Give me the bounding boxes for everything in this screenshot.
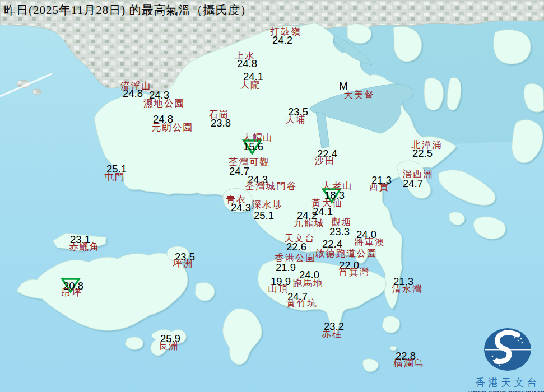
- hko-logo-english-name: HONG KONG OBSERVATORY: [468, 390, 544, 392]
- hko-logo-chinese-name: 香港天文台: [468, 376, 544, 389]
- station-name-label: 上水: [235, 52, 255, 61]
- station-name-label: 觀塘: [332, 218, 352, 227]
- station-name-label: 赤柱: [322, 330, 343, 339]
- station-name-label: 荃灣可觀: [229, 158, 270, 167]
- station-value: 23.3: [329, 227, 350, 237]
- tung-lung-island: [382, 316, 400, 333]
- station-name-label: 橫瀾島: [393, 359, 425, 368]
- hong-kong-map: [0, 0, 544, 392]
- station-name-label: 石崗: [209, 110, 230, 120]
- hko-temperature-map-page: 昨日(2025年11月28日) 的最高氣溫（攝氏度） 24.2打鼓嶺24.8上水…: [0, 0, 544, 392]
- station-name-label: 屯門: [105, 173, 125, 183]
- hko-logo: 香港天文台 HONG KONG OBSERVATORY: [468, 327, 544, 392]
- station-name-label: 打鼓嶺: [270, 27, 301, 37]
- station-value: 25.1: [254, 211, 274, 221]
- station-name-label: 九龍城: [294, 219, 325, 228]
- station-name-label: 天文台: [284, 234, 315, 244]
- station-name-label: 啟德跑道公園: [315, 249, 378, 259]
- station-name-label: 青衣: [226, 195, 247, 205]
- station-name-label: 大埔: [286, 115, 306, 125]
- station-name-label: 筲箕灣: [338, 268, 370, 277]
- station-name-label: 山頂: [268, 284, 289, 294]
- station-name-label: 香港公園: [275, 254, 316, 263]
- station-name-label: 大隴: [240, 81, 261, 90]
- station-name-label: 大老山: [322, 181, 353, 191]
- station-name-label: 元朗公園: [152, 123, 193, 133]
- page-title: 昨日(2025年11月28日) 的最高氣溫（攝氏度）: [4, 2, 252, 18]
- station-name-label: 坪洲: [173, 259, 194, 269]
- station-value: 24.7: [403, 179, 423, 189]
- hei-ling-chau-island: [195, 283, 215, 301]
- station-name-label: 長洲: [159, 342, 179, 351]
- mirs-bay-island: [494, 30, 531, 64]
- station-name-label: 大美督: [343, 91, 375, 100]
- station-value: 24.7: [229, 166, 249, 177]
- station-name-label: 赤鱲角: [69, 242, 100, 252]
- station-name-label: 將軍澳: [354, 238, 385, 248]
- station-name-label: 跑馬地: [292, 279, 324, 288]
- station-name-label: 滘西洲: [402, 170, 434, 179]
- station-name-label: 荃灣城門谷: [245, 182, 297, 192]
- station-name-label: 黃竹坑: [286, 299, 318, 309]
- station-name-label: 深水埗: [252, 200, 283, 210]
- station-name-label: 清水灣: [392, 285, 423, 295]
- station-name-label: 濕地公園: [143, 99, 185, 109]
- station-value: 15.6: [243, 142, 263, 152]
- station-name-label: 大帽山: [242, 133, 273, 143]
- station-name-label: 昂坪: [62, 288, 82, 298]
- station-name-label: 黃大仙: [311, 199, 343, 208]
- station-name-label: 北潭涌: [411, 141, 443, 150]
- station-value: 21.9: [276, 263, 296, 273]
- station-name-label: 沙田: [315, 157, 336, 166]
- shek-kwu-chau-island: [125, 337, 143, 350]
- deep-bay-islet: [32, 89, 41, 95]
- mirs-bay-island: [424, 78, 443, 110]
- station-name-label: 西貢: [369, 183, 390, 192]
- station-name-label: 流浮山: [120, 82, 152, 91]
- hko-logo-icon: [483, 327, 532, 373]
